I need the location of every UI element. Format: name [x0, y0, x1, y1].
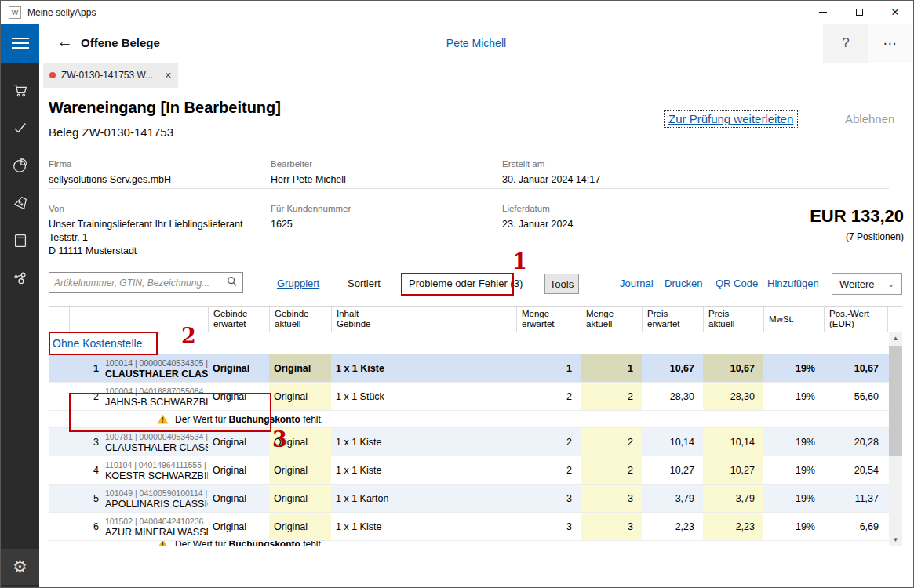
field-erstellt-am: Erstellt am 30. Januar 2024 14:17: [502, 159, 600, 187]
field-bearbeiter: Bearbeiter Herr Pete Michell: [271, 159, 346, 187]
article-search: [49, 272, 243, 293]
search-input[interactable]: [54, 278, 227, 289]
close-button[interactable]: ✕: [877, 1, 913, 24]
filter-probleme-oder-fehler[interactable]: Probleme oder Fehler (3): [409, 278, 523, 289]
document-title: Wareneingang [In Bearbeitung]: [49, 99, 281, 117]
document-total: EUR 133,20: [810, 206, 904, 227]
qr-code-link[interactable]: QR Code: [716, 278, 758, 289]
col-inhalt-gebinde[interactable]: Inhalt Gebinde: [331, 307, 516, 332]
drucken-link[interactable]: Drucken: [665, 278, 702, 289]
gear-icon: ⚙: [13, 557, 27, 576]
filter-sortiert[interactable]: Sortiert: [348, 278, 381, 289]
chevron-down-icon: ⌄: [888, 280, 894, 289]
search-icon[interactable]: [227, 276, 238, 290]
col-gebinde-erwartet[interactable]: Gebinde erwartet: [208, 307, 269, 332]
positions-count: (7 Positionen): [846, 231, 904, 242]
check-icon[interactable]: [12, 119, 29, 136]
table-row[interactable]: 2 100004 | 04016887055084JAHNS-B.SCHWARZ…: [49, 383, 889, 411]
table-row[interactable]: 1 100014 | 00000040534305 | Nich...CLAUS…: [49, 354, 889, 383]
col-menge-aktuell[interactable]: Menge aktuell: [581, 307, 642, 332]
hamburger-icon: [12, 38, 29, 39]
maximize-icon: [856, 9, 863, 16]
hinzufuegen-link[interactable]: Hinzufügen: [767, 278, 819, 289]
table-scrollbar[interactable]: ▲ ▼: [889, 332, 902, 546]
col-mwst[interactable]: MwSt.: [763, 307, 824, 332]
col-pos-wert[interactable]: Pos.-Wert (EUR): [824, 307, 887, 332]
window-controls: ✕: [805, 1, 913, 24]
field-firma: Firma sellysolutions Serv.ges.mbH: [49, 159, 171, 187]
title-bar: W Meine sellyApps ✕: [1, 1, 913, 24]
row-warning: Der Wert für Buchungskonto fehlt.: [49, 411, 889, 428]
app-window: W Meine sellyApps ✕: [0, 0, 914, 588]
reject-link[interactable]: Ablehnen: [845, 112, 894, 125]
minimize-icon: [819, 12, 827, 13]
hamburger-menu-button[interactable]: [1, 24, 39, 63]
field-lieferdatum: Lieferdatum 23. Januar 2024: [502, 204, 573, 231]
book-icon[interactable]: [12, 232, 29, 249]
table-row[interactable]: 3 100781 | 00000040534534 | Nich...CLAUS…: [49, 428, 889, 456]
maximize-button[interactable]: [841, 1, 877, 24]
cart-icon[interactable]: [12, 82, 29, 99]
col-preis-aktuell[interactable]: Preis aktuell: [703, 307, 763, 332]
window-title: Meine sellyApps: [27, 7, 96, 18]
field-kundennummer: Für Kundennummer 1625: [271, 204, 351, 231]
warning-icon: [157, 414, 169, 424]
weitere-dropdown-button[interactable]: Weitere ⌄: [832, 273, 902, 295]
warning-icon: [157, 541, 169, 546]
table-header-row: Gebinde erwartet Gebinde aktuell Inhalt …: [49, 306, 902, 332]
annotation-number-1: 1: [512, 249, 527, 274]
scroll-up-icon[interactable]: ▲: [889, 332, 902, 344]
tab-document[interactable]: ZW-0130-141753 W... ✕: [43, 63, 178, 88]
divider: [49, 188, 889, 189]
positions-table: Gebinde erwartet Gebinde aktuell Inhalt …: [49, 306, 902, 546]
minimize-button[interactable]: [805, 1, 841, 24]
tab-strip: ZW-0130-141753 W... ✕: [39, 63, 913, 88]
help-button[interactable]: ?: [823, 24, 868, 63]
group-header-ohne-kostenstelle[interactable]: Ohne Kostenstelle: [49, 332, 889, 354]
pie-chart-icon[interactable]: [12, 157, 29, 174]
col-menge-erwartet[interactable]: Menge erwartet: [516, 307, 581, 332]
share-icon[interactable]: [12, 270, 29, 287]
app-icon: W: [9, 6, 21, 19]
document-subtitle: Beleg ZW-0130-141753: [49, 125, 173, 139]
journal-link[interactable]: Journal: [620, 278, 654, 289]
tab-close-icon[interactable]: ✕: [165, 71, 172, 81]
field-von: Von Unser Trainingslieferant Ihr Lieblin…: [49, 204, 242, 258]
col-preis-erwartet[interactable]: Preis erwartet: [642, 307, 703, 332]
table-row[interactable]: 4 110104 | 04014964111555 | Bier...KOEST…: [49, 456, 889, 485]
table-row[interactable]: 5 101049 | 04100590100114 | Was...APOLLI…: [49, 485, 889, 513]
row-warning-clipped: Der Wert für Buchungskonto fehlt.: [49, 541, 889, 546]
scrollbar-thumb[interactable]: [889, 346, 902, 456]
filter-gruppiert[interactable]: Gruppiert: [277, 278, 319, 289]
sidebar: ⚙: [1, 24, 39, 587]
more-options-button[interactable]: ⋯: [868, 24, 912, 63]
tab-label: ZW-0130-141753 W...: [61, 70, 153, 81]
tag-icon[interactable]: [12, 194, 29, 212]
forward-for-review-link[interactable]: Zur Prüfung weiterleiten: [664, 110, 798, 128]
scroll-down-icon[interactable]: ▼: [889, 534, 902, 546]
settings-button[interactable]: ⚙: [1, 549, 39, 585]
unsaved-dot-icon: [49, 72, 56, 78]
user-name[interactable]: Pete Michell: [39, 37, 913, 49]
table-row[interactable]: 6 101502 | 04004042410236AZUR MINERALWAS…: [49, 513, 889, 541]
col-gebinde-aktuell[interactable]: Gebinde aktuell: [269, 307, 331, 332]
app-header: ← Offene Belege Pete Michell ? ⋯: [39, 24, 913, 63]
tools-button[interactable]: Tools: [544, 274, 579, 294]
